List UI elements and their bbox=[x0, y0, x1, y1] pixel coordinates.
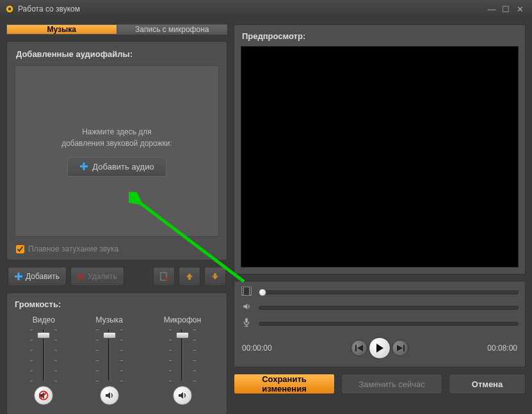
minimize-button[interactable]: — bbox=[485, 4, 499, 14]
volume-panel: Громкость: Видео Музыка bbox=[6, 292, 227, 414]
tracks-panel: 00:00:00 00:08:00 bbox=[234, 281, 526, 367]
mute-mic-button[interactable] bbox=[173, 386, 192, 405]
skip-back-icon bbox=[355, 344, 364, 352]
volume-video-label: Видео bbox=[33, 315, 55, 324]
volume-title: Громкость: bbox=[7, 293, 227, 313]
skip-forward-icon bbox=[396, 344, 405, 352]
arrow-down-icon bbox=[211, 273, 219, 280]
add-button[interactable]: Добавить bbox=[8, 267, 67, 286]
svg-rect-25 bbox=[403, 345, 405, 351]
files-hint: Нажмите здесь для добавления звуковой до… bbox=[61, 126, 172, 149]
speaker-icon bbox=[177, 390, 188, 401]
mic-track-slider[interactable] bbox=[259, 319, 519, 329]
tabs: Музыка Запись с микрофона bbox=[6, 24, 227, 35]
window-title: Работа со звуком bbox=[18, 4, 485, 13]
preview-viewport bbox=[241, 46, 519, 267]
replace-button[interactable]: Заменить сейчас bbox=[341, 374, 442, 394]
speaker-icon bbox=[241, 302, 252, 314]
speaker-icon bbox=[104, 390, 115, 401]
svg-rect-14 bbox=[242, 291, 243, 292]
volume-music-slider[interactable] bbox=[100, 330, 119, 381]
tab-mic-record[interactable]: Запись с микрофона bbox=[117, 24, 228, 35]
total-time: 00:08:00 bbox=[487, 344, 517, 353]
svg-point-1 bbox=[8, 8, 11, 10]
svg-rect-6 bbox=[15, 276, 22, 278]
svg-rect-20 bbox=[244, 287, 249, 295]
svg-rect-3 bbox=[80, 166, 88, 168]
svg-rect-16 bbox=[250, 287, 251, 289]
page-icon bbox=[159, 272, 168, 281]
prev-button[interactable] bbox=[351, 340, 367, 356]
svg-rect-21 bbox=[245, 318, 248, 323]
save-button[interactable]: Сохранить изменения bbox=[234, 374, 335, 394]
cancel-button[interactable]: Отмена bbox=[449, 374, 526, 394]
files-drop-area[interactable]: Нажмите здесь для добавления звуковой до… bbox=[15, 65, 219, 237]
preview-panel: Предпросмотр: bbox=[234, 24, 526, 275]
svg-rect-13 bbox=[242, 289, 243, 291]
properties-button[interactable] bbox=[153, 267, 175, 286]
current-time: 00:00:00 bbox=[242, 344, 272, 353]
close-button[interactable]: ✕ bbox=[513, 4, 527, 14]
film-icon bbox=[241, 287, 252, 298]
plus-icon bbox=[15, 273, 22, 280]
play-button[interactable] bbox=[369, 337, 391, 359]
plus-icon bbox=[79, 162, 88, 171]
play-icon bbox=[375, 343, 384, 353]
svg-rect-12 bbox=[242, 287, 243, 289]
x-icon bbox=[77, 273, 85, 280]
files-toolbar: Добавить Удалить bbox=[6, 267, 227, 286]
files-panel: Добавленные аудиофайлы: Нажмите здесь дл… bbox=[6, 41, 227, 260]
svg-rect-18 bbox=[250, 291, 251, 292]
svg-rect-19 bbox=[250, 293, 251, 294]
fade-label: Плавное затухание звука bbox=[28, 244, 118, 253]
volume-mic-label: Микрофон bbox=[164, 315, 201, 324]
arrow-up-icon bbox=[186, 273, 193, 280]
delete-button[interactable]: Удалить bbox=[70, 267, 124, 286]
next-button[interactable] bbox=[392, 340, 408, 356]
svg-rect-15 bbox=[242, 293, 243, 294]
volume-mic-slider[interactable] bbox=[173, 330, 192, 381]
dialog-buttons: Сохранить изменения Заменить сейчас Отме… bbox=[234, 374, 526, 394]
speaker-muted-icon bbox=[38, 390, 49, 401]
add-audio-button[interactable]: Добавить аудио bbox=[67, 157, 166, 177]
tab-music[interactable]: Музыка bbox=[6, 24, 117, 35]
microphone-icon bbox=[241, 317, 252, 330]
svg-rect-24 bbox=[355, 345, 357, 351]
move-up-button[interactable] bbox=[179, 267, 200, 286]
maximize-button[interactable]: ☐ bbox=[499, 4, 513, 14]
audio-track-slider[interactable] bbox=[259, 303, 519, 313]
svg-point-8 bbox=[165, 278, 168, 281]
video-track-slider[interactable] bbox=[259, 287, 519, 298]
mute-music-button[interactable] bbox=[100, 386, 119, 405]
preview-title: Предпросмотр: bbox=[234, 25, 525, 45]
volume-music-label: Музыка bbox=[96, 315, 123, 324]
app-icon bbox=[5, 4, 14, 13]
move-down-button[interactable] bbox=[204, 267, 226, 286]
mute-video-button[interactable] bbox=[34, 386, 53, 405]
volume-video-slider[interactable] bbox=[34, 330, 53, 381]
fade-checkbox[interactable] bbox=[16, 245, 24, 253]
files-panel-title: Добавленные аудиофайлы: bbox=[8, 43, 225, 63]
svg-rect-17 bbox=[250, 289, 251, 291]
